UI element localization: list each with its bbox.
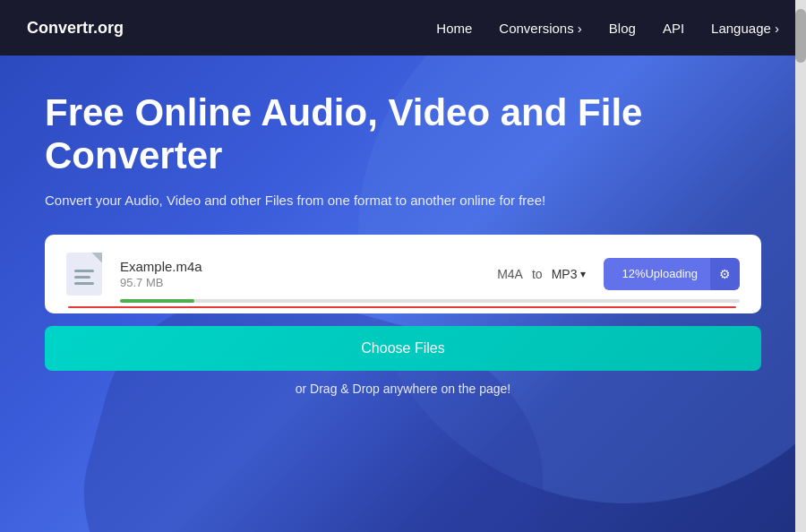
nav-api[interactable]: API (663, 21, 684, 36)
scrollbar[interactable] (795, 0, 806, 532)
conversion-card: Example.m4a 95.7 MB M4A to MP3 ▾ 12%Uplo… (45, 235, 761, 313)
nav-links: Home Conversions › Blog API Language › (436, 21, 779, 36)
from-format: M4A (497, 267, 523, 281)
to-format-value: MP3 (552, 267, 578, 281)
hero-section: Free Online Audio, Video and File Conver… (0, 56, 806, 532)
progress-bar-container (120, 299, 740, 303)
file-icon (66, 253, 102, 296)
action-btn-group: 12%Uploading ⚙ (604, 258, 740, 290)
hero-subtitle: Convert your Audio, Video and other File… (45, 193, 654, 208)
to-label: to (532, 267, 543, 281)
file-size: 95.7 MB (120, 276, 479, 289)
hero-title: Free Online Audio, Video and File Conver… (45, 91, 672, 178)
site-logo[interactable]: Convertr.org (27, 19, 124, 38)
language-arrow-icon: › (775, 21, 779, 36)
settings-gear-icon: ⚙ (719, 267, 731, 281)
choose-files-button[interactable]: Choose Files (45, 326, 761, 371)
file-line-3 (74, 282, 94, 285)
settings-button[interactable]: ⚙ (710, 258, 740, 290)
nav-language[interactable]: Language › (711, 21, 779, 36)
drag-drop-text: or Drag & Drop anywhere on the page! (45, 382, 761, 396)
scrollbar-thumb[interactable] (795, 9, 806, 63)
upload-underline (68, 306, 736, 308)
progress-bar-fill (120, 299, 194, 303)
conversions-arrow-icon: › (578, 21, 582, 36)
format-chevron-icon: ▾ (580, 268, 586, 280)
nav-home[interactable]: Home (436, 21, 472, 36)
to-format-select[interactable]: MP3 ▾ (552, 267, 587, 281)
navbar: Convertr.org Home Conversions › Blog API… (0, 0, 806, 56)
file-line-1 (74, 270, 94, 272)
format-section: M4A to MP3 ▾ (497, 267, 586, 281)
upload-status-text: 12%Uploading (622, 267, 698, 280)
nav-conversions[interactable]: Conversions › (499, 21, 582, 36)
upload-button[interactable]: 12%Uploading (604, 258, 710, 290)
nav-blog[interactable]: Blog (609, 21, 636, 36)
file-name: Example.m4a (120, 259, 479, 274)
file-line-2 (74, 276, 90, 279)
file-info: Example.m4a 95.7 MB (120, 259, 479, 289)
